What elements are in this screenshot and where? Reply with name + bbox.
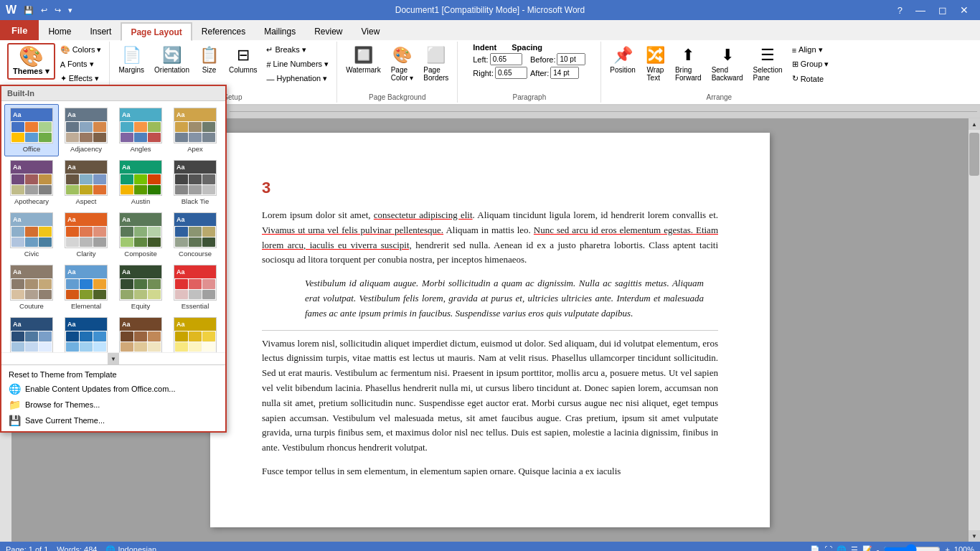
view-draft-icon[interactable]: 📝 [862,545,872,552]
save-theme-btn[interactable]: 💾 Save Current Theme... [6,413,221,428]
watermark-btn[interactable]: 🔲 Watermark [341,43,385,77]
view-fullscreen-icon[interactable]: ⛶ [824,545,832,551]
right-label: Right: [473,69,494,77]
theme-item-grid[interactable]: AaGrid [168,314,222,352]
hyphenation-btn[interactable]: — Hyphenation ▾ [263,72,332,85]
themes-large-button[interactable]: 🎨 Themes ▾ [7,43,55,80]
theme-item-flow[interactable]: AaFlow [59,314,113,352]
theme-item-couture[interactable]: AaCouture [4,261,59,314]
spacing-after-input[interactable] [550,67,579,79]
tab-view[interactable]: View [352,22,390,40]
zoom-in-icon[interactable]: + [945,545,949,551]
position-label: Position [610,66,636,74]
theme-item-austin[interactable]: AaAustin [113,156,168,209]
indent-left-input[interactable] [490,53,522,65]
page-color-btn[interactable]: 🎨 PageColor ▾ [387,43,418,85]
tab-home[interactable]: Home [39,22,80,40]
undo-quick-btn[interactable]: ↩ [38,4,50,17]
effects-btn[interactable]: ✦ Effects ▾ [57,72,105,85]
theme-item-elemental[interactable]: AaElemental [59,261,113,314]
status-page[interactable]: Page: 1 of 1 [6,545,48,552]
theme-item-composite[interactable]: AaComposite [113,209,168,261]
theme-item-apothecary[interactable]: AaApothecary [4,156,59,209]
tab-file[interactable]: File [0,20,39,40]
spacing-before-input[interactable] [557,53,585,65]
columns-btn[interactable]: ⊟ Columns [225,43,261,77]
breaks-btn[interactable]: ↵ Breaks ▾ [263,43,332,57]
zoom-level[interactable]: 100% [954,545,974,551]
close-btn[interactable]: ✕ [954,3,974,17]
selection-pane-label: SelectionPane [753,66,783,82]
indent-right-input[interactable] [495,67,527,79]
minimize-btn[interactable]: — [910,3,931,17]
para-4: Fusce tempor tellus in sem elementum, in… [262,464,718,479]
tab-insert[interactable]: Insert [80,22,121,40]
reset-theme-btn[interactable]: Reset to Theme from Template [6,368,221,381]
fonts-btn[interactable]: A Fonts ▾ [57,57,105,71]
save-quick-btn[interactable]: 💾 [21,4,37,17]
view-outline-icon[interactable]: ☰ [851,545,858,552]
redo-quick-btn[interactable]: ↪ [52,4,64,17]
theme-item-clarity[interactable]: AaClarity [59,209,113,261]
size-btn[interactable]: 📋 Size [195,43,223,77]
orientation-btn[interactable]: 🔄 Orientation [150,43,194,77]
scroll-thumb[interactable] [969,133,979,176]
theme-item-aspect[interactable]: AaAspect [59,156,113,209]
align-btn[interactable]: ≡ Align ▾ [788,43,833,57]
orientation-icon: 🔄 [162,46,182,65]
view-web-icon[interactable]: 🌐 [837,545,847,552]
group-btn[interactable]: ⊞ Group ▾ [788,57,833,71]
restore-btn[interactable]: ◻ [933,3,953,17]
themes-panel: Built-In AaOfficeAaAdjacencyAaAnglesAaAp… [0,85,227,433]
size-icon: 📋 [199,46,219,65]
colors-btn[interactable]: 🎨 Colors ▾ [57,43,105,57]
enable-updates-btn[interactable]: 🌐 Enable Content Updates from Office.com… [6,381,221,397]
rotate-btn[interactable]: ↻ Rotate [788,72,833,85]
hyphenation-label: Hyphenation ▾ [276,74,327,83]
help-btn[interactable]: ? [892,3,908,17]
margins-btn[interactable]: 📄 Margins [114,43,149,77]
tab-review[interactable]: Review [305,22,352,40]
themes-scroll-down[interactable]: ▼ [1,352,225,364]
effects-icon: ✦ [60,74,67,83]
theme-item-equity[interactable]: AaEquity [113,261,168,314]
theme-item-civic[interactable]: AaCivic [4,209,59,261]
theme-item-concourse[interactable]: AaConcourse [168,209,222,261]
status-words[interactable]: Words: 484 [57,545,97,552]
tab-page-layout[interactable]: Page Layout [121,22,192,41]
theme-item-executive[interactable]: AaExecutive [4,314,59,352]
view-print-icon[interactable]: 📄 [810,545,820,552]
theme-item-black-tie[interactable]: AaBlack Tie [168,156,222,209]
theme-item-essential[interactable]: AaEssential [168,261,222,314]
before-label: Before: [530,55,555,64]
send-backward-btn[interactable]: ⬇ SendBackward [707,43,748,85]
window-title: Document1 [Compatibility Mode] - Microso… [395,5,585,15]
tab-mailings[interactable]: Mailings [255,22,305,40]
zoom-slider[interactable] [883,544,941,551]
selection-pane-btn[interactable]: ☰ SelectionPane [749,43,787,85]
theme-name-apex: Apex [187,145,203,153]
position-btn[interactable]: 📌 Position [606,43,640,77]
browse-themes-btn[interactable]: 📁 Browse for Themes... [6,397,221,413]
theme-item-adjacency[interactable]: AaAdjacency [59,104,113,156]
scroll-up-arrow[interactable]: ▲ [969,118,980,130]
ribbon-group-page-bg: 🔲 Watermark 🎨 PageColor ▾ ⬜ PageBorders … [337,42,458,103]
theme-name-austin: Austin [131,197,150,205]
customize-quick-btn[interactable]: ▾ [65,4,75,17]
scroll-down-arrow-right[interactable]: ▼ [969,530,980,542]
wrap-text-btn[interactable]: 🔀 WrapText [641,43,669,85]
scroll-down-arrow[interactable]: ▼ [108,353,119,364]
zoom-out-icon[interactable]: - [877,545,880,551]
theme-item-office[interactable]: AaOffice [4,104,59,156]
watermark-icon: 🔲 [354,46,373,65]
line-numbers-btn[interactable]: # Line Numbers ▾ [263,57,332,71]
right-scrollbar[interactable]: ▲ ▼ [969,118,980,542]
theme-item-apex[interactable]: AaApex [168,104,222,156]
page-borders-btn[interactable]: ⬜ PageBorders [419,43,453,85]
margins-label: Margins [118,66,144,74]
theme-item-angles[interactable]: AaAngles [113,104,168,156]
tab-references[interactable]: References [192,22,255,40]
language-label[interactable]: Indonesian [118,545,156,551]
bring-forward-btn[interactable]: ⬆ BringForward [671,43,706,85]
theme-item-foundry[interactable]: AaFoundry [113,314,168,352]
